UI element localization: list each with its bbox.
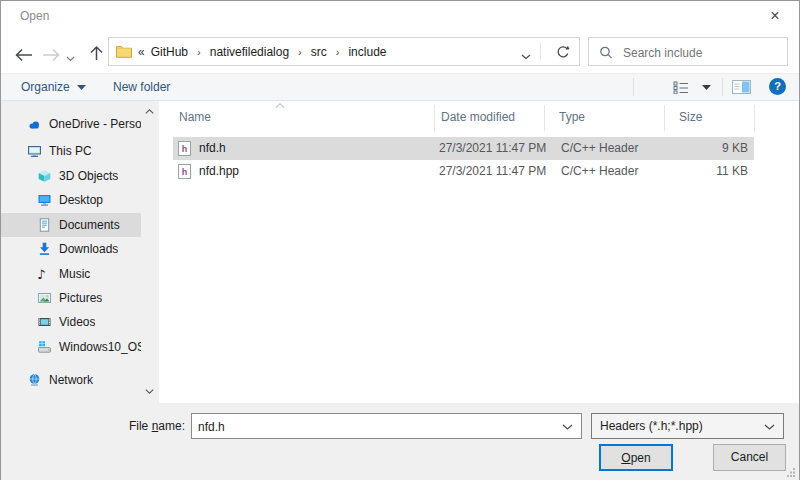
chevron-down-icon	[764, 424, 775, 430]
drive-windows-icon	[37, 340, 52, 354]
sidebar-item-network[interactable]: Network	[1, 368, 141, 392]
column-divider[interactable]	[544, 105, 545, 131]
desktop-monitor-icon	[37, 193, 52, 207]
help-button[interactable]: ?	[769, 78, 786, 95]
file-date-modified: 27/3/2021 11:47 PM	[439, 160, 546, 183]
file-type: C/C++ Header	[561, 137, 638, 160]
sidebar-item-label: Desktop	[59, 193, 103, 207]
chevron-down-icon	[145, 389, 154, 394]
column-header-type[interactable]: Type	[559, 110, 585, 124]
details-view-icon	[673, 81, 690, 94]
file-type: C/C++ Header	[561, 160, 638, 183]
dialog-footer: File name: Headers (*.h;*.hpp) Open Canc…	[1, 403, 799, 480]
file-name-input[interactable]	[193, 415, 560, 439]
music-note-icon: ♪	[37, 267, 45, 282]
back-arrow-icon	[14, 48, 33, 62]
chevron-down-icon	[66, 56, 75, 62]
column-header-date-modified[interactable]: Date modified	[441, 110, 515, 124]
file-date-modified: 27/3/2021 11:47 PM	[439, 137, 546, 160]
scroll-up-button[interactable]	[141, 103, 158, 119]
breadcrumb-item-nativefiledialog[interactable]: nativefiledialog	[208, 45, 291, 59]
sidebar-item-label: Downloads	[59, 242, 118, 256]
column-header-size[interactable]: Size	[679, 110, 702, 124]
sidebar-item-pictures[interactable]: Pictures	[1, 286, 141, 310]
sidebar-item-desktop[interactable]: Desktop	[1, 188, 141, 212]
window-title: Open	[20, 9, 49, 23]
open-button[interactable]: Open	[599, 444, 673, 471]
toolbar-divider	[633, 78, 634, 96]
new-folder-label: New folder	[113, 74, 170, 100]
column-divider[interactable]	[754, 105, 755, 131]
sidebar-scrollbar[interactable]	[141, 101, 158, 403]
new-folder-button[interactable]: New folder	[113, 74, 170, 100]
file-name: nfd.hpp	[199, 160, 239, 183]
column-divider[interactable]	[434, 105, 435, 131]
sort-ascending-icon	[275, 103, 285, 108]
toolbar-divider	[722, 78, 723, 96]
resize-grip[interactable]	[787, 468, 796, 477]
sidebar-item-windows10-os[interactable]: Windows10_OS (	[1, 335, 141, 359]
cube-3d-icon	[37, 169, 52, 183]
file-size: 9 KB	[658, 137, 748, 160]
forward-button[interactable]	[39, 45, 63, 65]
titlebar: Open ×	[1, 1, 799, 31]
search-input[interactable]	[621, 39, 783, 66]
sidebar-item-this-pc[interactable]: This PC	[1, 139, 141, 163]
address-dropdown-button[interactable]	[521, 49, 531, 63]
breadcrumb-item-github[interactable]: GitHub	[149, 45, 190, 59]
address-bar[interactable]: « GitHub › nativefiledialog › src › incl…	[108, 37, 580, 66]
column-header-name[interactable]: Name	[179, 110, 211, 124]
sidebar-item-label: Documents	[59, 218, 120, 232]
this-pc-monitor-icon	[27, 144, 42, 158]
sidebar-item-label: OneDrive - Person	[49, 117, 141, 131]
breadcrumb-overflow-button[interactable]: «	[138, 45, 145, 59]
organize-button[interactable]: Organize	[21, 74, 86, 100]
refresh-button[interactable]	[556, 45, 570, 62]
chevron-down-icon[interactable]	[562, 424, 573, 430]
sidebar-item-label: This PC	[49, 144, 92, 158]
close-button[interactable]: ×	[759, 3, 791, 29]
sidebar-item-documents[interactable]: Documents	[1, 213, 141, 237]
preview-pane-icon	[732, 80, 751, 94]
file-type-select[interactable]: Headers (*.h;*.hpp)	[591, 413, 784, 439]
column-divider[interactable]	[664, 105, 665, 131]
forward-arrow-icon	[42, 48, 61, 62]
command-toolbar: Organize New folder ?	[1, 73, 799, 101]
file-row-nfd-h[interactable]: h nfd.h 27/3/2021 11:47 PM C/C++ Header …	[173, 137, 754, 160]
sidebar-item-label: Pictures	[59, 291, 102, 305]
sidebar-item-label: Network	[49, 373, 93, 387]
up-button[interactable]	[84, 43, 108, 63]
organize-label: Organize	[21, 74, 70, 100]
sidebar-item-label: Music	[59, 267, 90, 281]
search-box	[588, 37, 788, 66]
back-button[interactable]	[11, 45, 35, 65]
network-globe-icon	[27, 373, 42, 387]
sidebar-item-3d-objects[interactable]: 3D Objects	[1, 164, 141, 188]
up-arrow-icon	[89, 45, 104, 61]
svg-text:h: h	[182, 144, 188, 154]
sidebar-item-videos[interactable]: Videos	[1, 310, 141, 334]
file-list: Name Date modified Type Size h nfd.h 27/…	[159, 101, 799, 403]
file-type-value: Headers (*.h;*.hpp)	[600, 414, 703, 438]
download-arrow-icon	[37, 242, 52, 256]
sidebar-item-music[interactable]: ♪ Music	[1, 262, 141, 286]
breadcrumb-separator: ›	[190, 46, 208, 58]
scroll-down-button[interactable]	[141, 383, 158, 399]
close-icon: ×	[770, 7, 779, 24]
sidebar-item-label: 3D Objects	[59, 169, 118, 183]
preview-pane-button[interactable]	[732, 74, 751, 100]
header-file-icon: h	[178, 164, 191, 179]
film-icon	[37, 315, 52, 329]
refresh-icon	[556, 45, 570, 59]
breadcrumb-item-src[interactable]: src	[309, 45, 329, 59]
file-row-nfd-hpp[interactable]: h nfd.hpp 27/3/2021 11:47 PM C/C++ Heade…	[173, 160, 754, 183]
recent-locations-button[interactable]	[62, 49, 78, 69]
sidebar-item-downloads[interactable]: Downloads	[1, 237, 141, 261]
breadcrumb-separator: ›	[291, 46, 309, 58]
views-button[interactable]	[673, 74, 711, 100]
breadcrumb-item-include[interactable]: include	[346, 45, 388, 59]
main-area: OneDrive - Person This PC 3D Objects	[1, 101, 799, 403]
sidebar-item-onedrive[interactable]: OneDrive - Person	[1, 112, 141, 136]
cancel-button[interactable]: Cancel	[713, 444, 786, 471]
file-name-combobox	[191, 413, 582, 439]
